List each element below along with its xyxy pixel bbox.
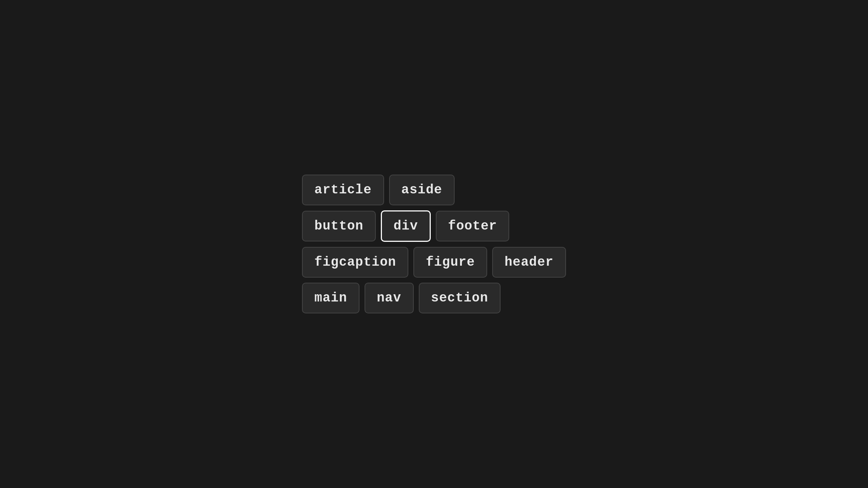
tag-button-button[interactable]: button xyxy=(302,211,376,241)
tag-grid: articleasidebuttondivfooterfigcaptionfig… xyxy=(302,175,566,313)
tag-button-footer[interactable]: footer xyxy=(436,211,510,241)
grid-row-row4: mainnavsection xyxy=(302,283,500,313)
tag-button-section[interactable]: section xyxy=(419,283,501,313)
tag-button-header[interactable]: header xyxy=(492,247,566,278)
grid-row-row2: buttondivfooter xyxy=(302,210,509,242)
tag-button-aside[interactable]: aside xyxy=(389,175,455,205)
tag-button-figure[interactable]: figure xyxy=(413,247,487,278)
tag-button-div[interactable]: div xyxy=(381,210,431,242)
tag-button-main[interactable]: main xyxy=(302,283,359,313)
tag-button-article[interactable]: article xyxy=(302,175,384,205)
grid-row-row1: articleaside xyxy=(302,175,454,205)
tag-button-nav[interactable]: nav xyxy=(365,283,414,313)
grid-row-row3: figcaptionfigureheader xyxy=(302,247,566,278)
tag-button-figcaption[interactable]: figcaption xyxy=(302,247,408,278)
